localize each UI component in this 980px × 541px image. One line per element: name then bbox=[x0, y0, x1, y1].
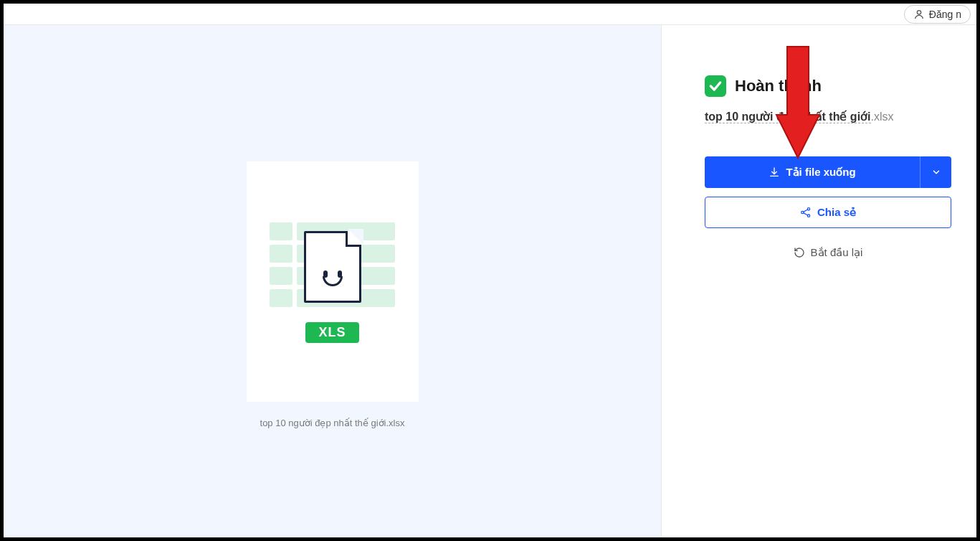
download-dropdown-button[interactable] bbox=[920, 156, 951, 188]
user-icon bbox=[913, 9, 925, 20]
svg-line-4 bbox=[804, 210, 808, 212]
login-label: Đăng n bbox=[929, 9, 961, 20]
file-preview-card[interactable]: XLS bbox=[247, 161, 419, 402]
actions-panel: Hoàn thành top 10 người đẹp nhất thế giớ… bbox=[661, 25, 976, 537]
share-button[interactable]: Chia sẻ bbox=[705, 197, 951, 228]
restart-icon bbox=[794, 247, 805, 258]
xls-badge: XLS bbox=[305, 322, 358, 343]
preview-filename: top 10 người đẹp nhất thế giới.xlsx bbox=[260, 418, 405, 428]
login-button[interactable]: Đăng n bbox=[904, 5, 971, 24]
preview-panel: XLS top 10 người đẹp nhất thế giới.xlsx bbox=[4, 25, 661, 537]
file-smiley-icon bbox=[304, 231, 361, 303]
xls-illustration: XLS bbox=[270, 220, 395, 343]
share-icon bbox=[800, 207, 812, 218]
chevron-down-icon bbox=[931, 167, 941, 177]
svg-point-0 bbox=[917, 10, 920, 14]
filename-base: top 10 người đẹp nhất thế giới bbox=[705, 110, 871, 123]
annotation-arrow-icon bbox=[773, 43, 823, 165]
download-icon bbox=[769, 166, 780, 178]
svg-line-5 bbox=[804, 213, 808, 215]
status-label: Hoàn thành bbox=[735, 77, 822, 95]
status-row: Hoàn thành bbox=[705, 75, 951, 97]
download-label: Tải file xuống bbox=[786, 166, 855, 179]
download-button[interactable]: Tải file xuống bbox=[705, 156, 920, 188]
header-bar: Đăng n bbox=[4, 4, 976, 25]
output-filename[interactable]: top 10 người đẹp nhất thế giới.xlsx bbox=[705, 110, 951, 126]
success-check-icon bbox=[705, 75, 726, 97]
share-label: Chia sẻ bbox=[817, 206, 856, 219]
filename-ext: .xlsx bbox=[871, 110, 894, 123]
restart-button[interactable]: Bắt đầu lại bbox=[705, 237, 951, 268]
restart-label: Bắt đầu lại bbox=[811, 246, 863, 259]
